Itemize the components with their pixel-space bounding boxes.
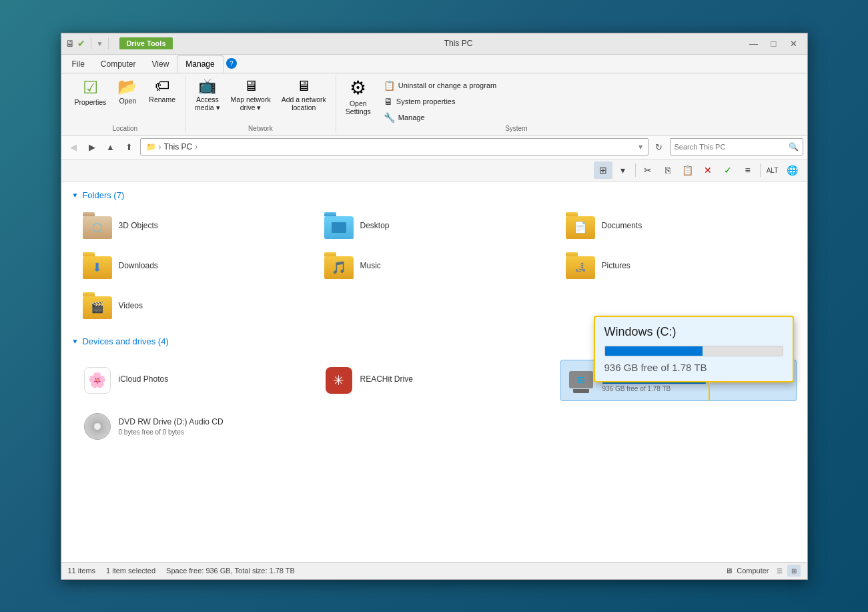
folder-name-3d: 3D Objects — [119, 221, 158, 230]
title-bar: 🖥 ✔ ▼ Drive Tools This PC — □ ✕ — [61, 33, 807, 55]
system-properties-button[interactable]: 🖥 System properties — [380, 95, 500, 108]
network-group-label: Network — [248, 123, 273, 132]
view-options-button[interactable]: ▾ — [614, 162, 632, 179]
folders-section-title: Folders (7) — [82, 190, 124, 200]
uninstall-button[interactable]: 📋 Uninstall or change a program — [380, 79, 500, 92]
folder-item-pictures[interactable]: 🏞 Pictures — [560, 248, 797, 283]
ribbon-content: ☑ Properties 📂 Open 🏷 Rename Location — [61, 73, 807, 135]
icloud-icon: 🌸 — [84, 367, 111, 394]
location-group-items: ☑ Properties 📂 Open 🏷 Rename — [71, 76, 180, 123]
rename-icon: 🏷 — [155, 79, 169, 93]
minimize-button[interactable]: — — [745, 37, 763, 50]
rename-tool-button[interactable]: ✓ — [719, 162, 737, 179]
delete-button[interactable]: ✕ — [699, 162, 717, 179]
open-settings-button[interactable]: ⚙ OpenSettings — [342, 76, 375, 119]
computer-status-label: Computer — [737, 567, 769, 575]
dvd-name: DVD RW Drive (D:) Audio CD — [119, 417, 308, 426]
properties-tool-button[interactable]: ALT — [763, 162, 782, 179]
hdd-body: ⊞ — [569, 371, 593, 388]
properties-button[interactable]: ☑ Properties — [71, 76, 111, 109]
paste-button[interactable]: 📋 — [679, 162, 697, 179]
map-network-icon: 🖥 — [244, 79, 258, 93]
map-network-label: Map networkdrive ▾ — [231, 95, 271, 112]
folder-name-desktop: Desktop — [360, 221, 390, 230]
parent-folder-button[interactable]: ⬆ — [121, 139, 137, 155]
open-icon: 📂 — [117, 79, 137, 95]
tooltip-title: Windows (C:) — [604, 325, 783, 339]
path-dropdown[interactable]: ▾ — [638, 142, 642, 151]
folders-section-header[interactable]: ▼ Folders (7) — [72, 190, 797, 200]
open-label: Open — [119, 97, 137, 105]
icloud-info: iCloud Photos — [119, 374, 308, 386]
folder-name-pictures: Pictures — [602, 261, 630, 270]
back-button[interactable]: ◀ — [65, 139, 81, 155]
folder-icon-pictures: 🏞 — [566, 252, 595, 279]
dvd-info: DVD RW Drive (D:) Audio CD 0 bytes free … — [119, 417, 308, 436]
check-icon: ✔ — [77, 38, 85, 49]
refresh-button[interactable]: ↻ — [651, 139, 667, 155]
window-controls: — □ ✕ — [745, 37, 803, 50]
view-medium-icons-button[interactable]: ⊞ — [594, 162, 612, 179]
tab-file[interactable]: File — [64, 55, 93, 73]
manage-button[interactable]: 🔧 Manage — [380, 111, 500, 124]
icloud-name: iCloud Photos — [119, 374, 308, 384]
folder-icon-documents: 📄 — [566, 212, 595, 239]
ribbon-group-network: 📺 Accessmedia ▾ 🖥 Map networkdrive ▾ 🖥 A… — [185, 76, 336, 132]
address-path[interactable]: 📁 › This PC › ▾ — [140, 138, 648, 156]
folders-chevron: ▼ — [72, 192, 79, 199]
map-network-drive-button[interactable]: 🖥 Map networkdrive ▾ — [227, 76, 275, 115]
window-title: This PC — [173, 39, 745, 48]
grid-view-button[interactable]: ⊞ — [787, 565, 801, 577]
windows-icon-wrap: ⊞ — [566, 366, 596, 395]
copy-button[interactable]: ⎘ — [659, 162, 677, 179]
tab-view[interactable]: View — [144, 55, 177, 73]
folder-item-music[interactable]: 🎵 Music — [319, 248, 555, 283]
path-folder-icon: 📁 — [146, 142, 156, 151]
folder-name-music: Music — [360, 261, 381, 270]
folder-item-desktop[interactable]: Desktop — [319, 208, 555, 243]
list-view-button[interactable]: ☰ — [773, 565, 787, 577]
search-input[interactable] — [675, 143, 789, 151]
manage-label: Manage — [398, 113, 425, 121]
ribbon-tabs: File Computer View Manage ? — [61, 55, 807, 73]
rename-button[interactable]: 🏷 Rename — [145, 76, 179, 107]
dvd-space: 0 bytes free of 0 bytes — [119, 428, 308, 436]
windows-drive-icon: ⊞ — [568, 368, 594, 393]
access-media-button[interactable]: 📺 Accessmedia ▾ — [191, 76, 224, 115]
folder-item-documents[interactable]: 📄 Documents — [560, 208, 797, 243]
folder-item-downloads[interactable]: ⬇ Downloads — [77, 248, 314, 283]
up-arrow-button[interactable]: ▲ — [103, 139, 119, 155]
drive-item-icloud[interactable]: 🌸 iCloud Photos — [77, 360, 314, 401]
toolbar-divider2 — [760, 164, 761, 177]
drive-item-reachit[interactable]: ✳ REACHit Drive — [319, 360, 555, 401]
forward-button[interactable]: ▶ — [84, 139, 100, 155]
drives-section-title: Devices and drives (4) — [82, 336, 168, 346]
close-button[interactable]: ✕ — [785, 37, 803, 50]
dvd-icon — [84, 413, 111, 440]
folder-item-3d-objects[interactable]: ⬡ 3D Objects — [77, 208, 314, 243]
file-explorer-window: 🖥 ✔ ▼ Drive Tools This PC — □ ✕ File Com… — [61, 33, 808, 580]
location-group-label: Location — [112, 123, 137, 132]
open-button[interactable]: 📂 Open — [113, 76, 142, 108]
new-folder-button[interactable]: ≡ — [739, 162, 757, 179]
folder-item-videos[interactable]: 🎬 Videos — [77, 288, 314, 323]
globe-button[interactable]: 🌐 — [783, 162, 802, 179]
path-sep1: › — [159, 142, 161, 151]
add-network-icon: 🖥 — [296, 79, 311, 93]
maximize-button[interactable]: □ — [765, 37, 783, 50]
search-box[interactable]: 🔍 — [670, 138, 803, 156]
tooltip-bar-bg — [604, 346, 783, 356]
folder-name-videos: Videos — [119, 301, 143, 310]
tab-computer[interactable]: Computer — [93, 55, 144, 73]
help-button[interactable]: ? — [226, 58, 237, 69]
computer-status-icon: 🖥 — [725, 567, 733, 575]
add-network-location-button[interactable]: 🖥 Add a networklocation — [278, 76, 330, 115]
drive-tools-tab[interactable]: Drive Tools — [119, 37, 172, 49]
cut-button[interactable]: ✂ — [638, 162, 657, 179]
title-chevron: ▼ — [97, 40, 103, 47]
tab-manage[interactable]: Manage — [177, 55, 223, 73]
drives-chevron: ▼ — [72, 338, 79, 345]
drive-item-dvd[interactable]: DVD RW Drive (D:) Audio CD 0 bytes free … — [77, 406, 314, 446]
status-bar: 11 items 1 item selected Space free: 936… — [61, 562, 807, 579]
folder-name-downloads: Downloads — [119, 261, 158, 270]
